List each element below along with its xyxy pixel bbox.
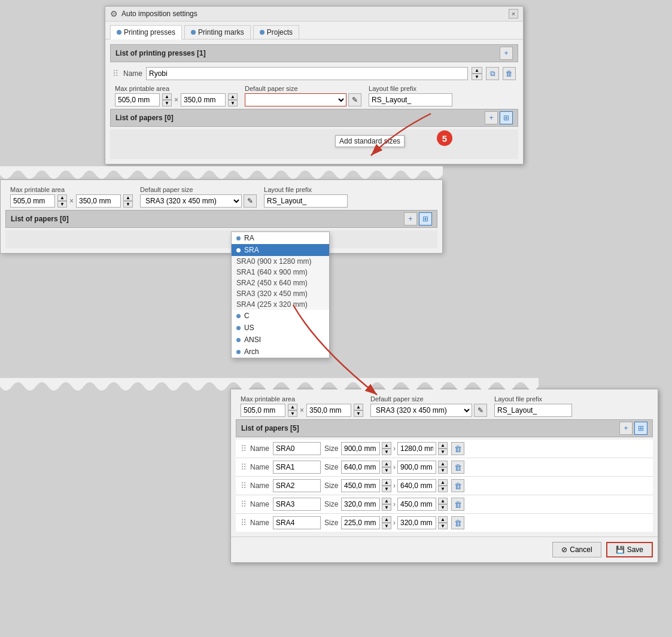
- bot-edit-button[interactable]: ✎: [474, 404, 487, 417]
- press-down-button[interactable]: ▼: [472, 74, 482, 80]
- tab-printing-presses[interactable]: Printing presses: [110, 25, 182, 39]
- add-paper-button[interactable]: +: [485, 111, 498, 124]
- paper-width-input[interactable]: [341, 498, 380, 511]
- press-name-input[interactable]: [146, 67, 468, 80]
- paper-height-input[interactable]: [397, 479, 436, 492]
- h-up[interactable]: ▲: [438, 461, 448, 467]
- bot-height-up[interactable]: ▲: [354, 404, 363, 410]
- tab-printing-marks[interactable]: Printing marks: [184, 25, 251, 39]
- dropdown-item-c[interactable]: C: [232, 310, 329, 322]
- h-up[interactable]: ▲: [438, 498, 448, 504]
- paper-name-input[interactable]: [273, 479, 321, 492]
- bot-prefix-group: Layout file prefix: [494, 395, 572, 417]
- w-up[interactable]: ▲: [382, 479, 391, 486]
- save-button[interactable]: 💾 Save: [606, 542, 653, 557]
- mid-height-down[interactable]: ▼: [123, 201, 133, 208]
- paper-name-input[interactable]: [273, 461, 321, 474]
- paper-height-input[interactable]: [397, 516, 436, 529]
- w-up[interactable]: ▲: [382, 498, 391, 504]
- w-down[interactable]: ▼: [382, 467, 391, 474]
- dropdown-sub-sra4[interactable]: SRA4 (225 x 320 mm): [232, 299, 329, 310]
- delete-press-button[interactable]: 🗑: [503, 67, 516, 80]
- w-up[interactable]: ▲: [382, 442, 391, 449]
- dropdown-popup[interactable]: RA SRA SRA0 (900 x 1280 mm) SRA1 (640 x …: [231, 231, 330, 358]
- w-down[interactable]: ▼: [382, 486, 391, 492]
- add-standard-sizes-button[interactable]: ⊞: [500, 111, 513, 124]
- press-width-input[interactable]: [115, 93, 160, 106]
- mid-height-up[interactable]: ▲: [123, 194, 133, 201]
- h-up[interactable]: ▲: [438, 479, 448, 486]
- dropdown-item-sra[interactable]: SRA: [232, 244, 329, 256]
- tab-dot: [191, 30, 196, 35]
- delete-paper-button[interactable]: 🗑: [451, 461, 464, 474]
- mid-edit-button[interactable]: ✎: [244, 194, 257, 208]
- close-button[interactable]: ×: [509, 9, 518, 19]
- bot-paper-select[interactable]: SRA3 (320 x 450 mm): [370, 404, 472, 417]
- h-down[interactable]: ▼: [438, 523, 448, 529]
- h-down[interactable]: ▼: [438, 449, 448, 455]
- delete-paper-button[interactable]: 🗑: [451, 442, 464, 455]
- add-press-button[interactable]: +: [500, 47, 513, 60]
- mid-width-input[interactable]: [10, 194, 55, 208]
- paper-name-input[interactable]: [273, 442, 321, 455]
- paper-name-input[interactable]: [273, 498, 321, 511]
- bot-add-paper-button[interactable]: +: [619, 422, 633, 435]
- dropdown-sub-sra2[interactable]: SRA2 (450 x 640 mm): [232, 278, 329, 288]
- w-down[interactable]: ▼: [382, 504, 391, 511]
- bot-width-down[interactable]: ▼: [288, 410, 297, 417]
- paper-height-input[interactable]: [397, 442, 436, 455]
- delete-paper-button[interactable]: 🗑: [451, 516, 464, 529]
- paper-height-input[interactable]: [397, 498, 436, 511]
- bot-width-up[interactable]: ▲: [288, 404, 297, 410]
- dropdown-sub-sra1[interactable]: SRA1 (640 x 900 mm): [232, 267, 329, 278]
- bot-standard-button[interactable]: ⊞: [634, 422, 647, 435]
- w-up[interactable]: ▲: [382, 461, 391, 467]
- height-down-button[interactable]: ▼: [228, 100, 238, 106]
- paper-width-input[interactable]: [341, 516, 380, 529]
- bot-prefix-input[interactable]: [494, 404, 572, 417]
- h-up[interactable]: ▲: [438, 442, 448, 449]
- press-up-button[interactable]: ▲: [472, 67, 482, 74]
- edit-paper-button[interactable]: ✎: [348, 93, 361, 106]
- mid-add-paper-button[interactable]: +: [404, 212, 417, 225]
- bot-height-down[interactable]: ▼: [354, 410, 363, 417]
- tab-projects[interactable]: Projects: [253, 25, 299, 39]
- dropdown-item-arch[interactable]: Arch: [232, 346, 329, 358]
- default-paper-select[interactable]: [245, 93, 346, 106]
- press-height-input[interactable]: [181, 93, 226, 106]
- h-up[interactable]: ▲: [438, 516, 448, 523]
- presses-title: List of printing presses [1]: [115, 49, 206, 57]
- mid-height-input[interactable]: [76, 194, 121, 208]
- w-up[interactable]: ▲: [382, 516, 391, 523]
- width-down-button[interactable]: ▼: [162, 100, 172, 106]
- dropdown-item-ra[interactable]: RA: [232, 232, 329, 244]
- mid-width-up[interactable]: ▲: [57, 194, 67, 201]
- layout-prefix-input[interactable]: [369, 93, 452, 106]
- paper-width-input[interactable]: [341, 461, 380, 474]
- height-up-button[interactable]: ▲: [228, 93, 238, 100]
- dropdown-sub-sra0[interactable]: SRA0 (900 x 1280 mm): [232, 256, 329, 267]
- width-up-button[interactable]: ▲: [162, 93, 172, 100]
- h-down[interactable]: ▼: [438, 486, 448, 492]
- h-down[interactable]: ▼: [438, 504, 448, 511]
- bot-height-input[interactable]: [306, 404, 351, 417]
- delete-paper-button[interactable]: 🗑: [451, 479, 464, 492]
- dropdown-item-us[interactable]: US: [232, 322, 329, 334]
- cancel-button[interactable]: ⊘ Cancel: [552, 542, 601, 557]
- mid-width-down[interactable]: ▼: [57, 201, 67, 208]
- paper-width-input[interactable]: [341, 442, 380, 455]
- w-down[interactable]: ▼: [382, 449, 391, 455]
- w-down[interactable]: ▼: [382, 523, 391, 529]
- dropdown-sub-sra3[interactable]: SRA3 (320 x 450 mm): [232, 288, 329, 299]
- paper-name-input[interactable]: [273, 516, 321, 529]
- paper-width-input[interactable]: [341, 479, 380, 492]
- copy-press-button[interactable]: ⧉: [486, 67, 499, 80]
- mid-standard-button[interactable]: ⊞: [419, 212, 432, 225]
- h-down[interactable]: ▼: [438, 467, 448, 474]
- bot-width-input[interactable]: [241, 404, 285, 417]
- dropdown-item-ansi[interactable]: ANSI: [232, 334, 329, 346]
- paper-height-input[interactable]: [397, 461, 436, 474]
- mid-prefix-input[interactable]: [264, 194, 348, 208]
- delete-paper-button[interactable]: 🗑: [451, 498, 464, 511]
- mid-paper-select[interactable]: SRA3 (320 x 450 mm): [140, 194, 242, 208]
